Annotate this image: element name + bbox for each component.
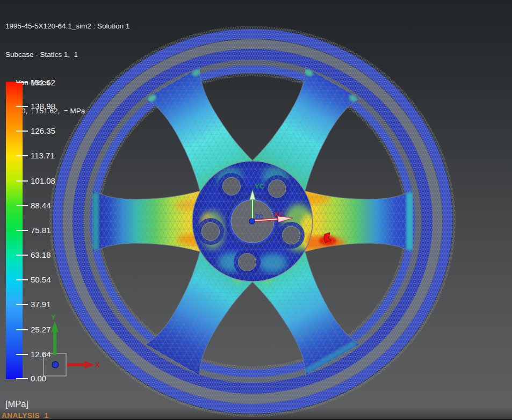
view-triad-x-label: X (95, 361, 100, 369)
model-triad-xc-label: XC (273, 211, 284, 219)
legend-tick (16, 255, 28, 256)
header-line-solution: 1995-45-5X120-64.1_sim2 : Solution 1 (5, 21, 129, 31)
legend-unit-label: [MPa] (5, 399, 28, 409)
bolt-hole (220, 175, 243, 198)
legend-tick (16, 205, 28, 206)
legend-tick (16, 230, 28, 231)
legend-tick (16, 354, 28, 355)
legend-tick-label: 138.98 (31, 102, 55, 111)
legend-tick (16, 329, 28, 330)
legend-tick (16, 131, 28, 132)
legend-tick-label: 101.08 (31, 176, 55, 186)
model-triad-yc-label: YC (255, 182, 265, 190)
color-legend: 151.62 138.98 126.35 113.71 101.08 88.44… (0, 82, 81, 393)
legend-tick (16, 82, 28, 83)
legend-tick (16, 180, 28, 182)
header-line-subcase: Subcase - Statics 1, 1 (5, 50, 129, 60)
bolt-hole (236, 251, 258, 273)
legend-tick (16, 155, 28, 156)
legend-tick-label: 75.81 (31, 226, 51, 235)
legend-tick-label: 88.44 (31, 201, 51, 211)
bolt-hole (266, 177, 289, 200)
legend-tick-label: 25.27 (31, 325, 51, 335)
legend-tick (16, 279, 28, 280)
bolt-hole (280, 224, 302, 247)
bolt-hole (199, 220, 222, 243)
legend-tick-label: 63.18 (31, 250, 51, 260)
view-name-label: ANALYSIS 1 (2, 411, 49, 419)
legend-tick-label: 151.62 (31, 78, 55, 88)
legend-tick (16, 304, 28, 305)
view-triad-x-arrow[interactable] (84, 361, 95, 368)
model-triad-z-dot (249, 219, 255, 224)
legend-tick (16, 378, 28, 379)
legend-tick-label: 50.54 (31, 275, 51, 285)
legend-tick-label: 37.91 (31, 300, 51, 309)
legend-tick-label: 126.35 (31, 126, 55, 136)
legend-tick-label: 0.00 (31, 374, 46, 383)
model-triad-zc-label: ZC (255, 213, 263, 221)
legend-tick-label: 12.64 (31, 350, 51, 359)
legend-tick-label: 113.71 (31, 151, 55, 161)
graphics-window[interactable]: YC XC ZC Y X 1995-45-5X120-64.1_sim2 : S… (0, 0, 512, 420)
legend-tick (16, 106, 28, 107)
